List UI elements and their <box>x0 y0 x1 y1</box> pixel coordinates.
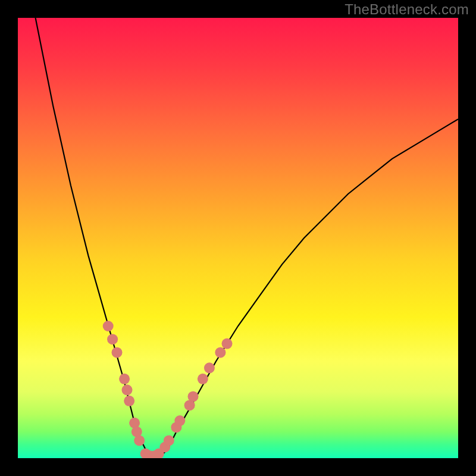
data-point <box>112 347 123 358</box>
data-point <box>204 362 215 373</box>
watermark-text: TheBottleneck.com <box>345 1 469 18</box>
chart-frame: TheBottleneck.com <box>0 0 476 476</box>
bottleneck-curve <box>36 18 458 458</box>
data-point <box>198 374 208 384</box>
data-point <box>222 339 233 349</box>
plot-area <box>18 18 458 458</box>
data-point <box>122 384 133 395</box>
curve-layer <box>18 18 458 458</box>
data-point <box>188 391 199 402</box>
data-point <box>134 435 145 446</box>
data-point <box>164 435 174 446</box>
data-markers <box>103 321 233 458</box>
data-point <box>119 374 130 384</box>
data-point <box>124 396 134 406</box>
data-point <box>107 334 118 345</box>
data-point <box>215 347 226 358</box>
data-point <box>103 321 114 331</box>
data-point <box>174 415 185 426</box>
